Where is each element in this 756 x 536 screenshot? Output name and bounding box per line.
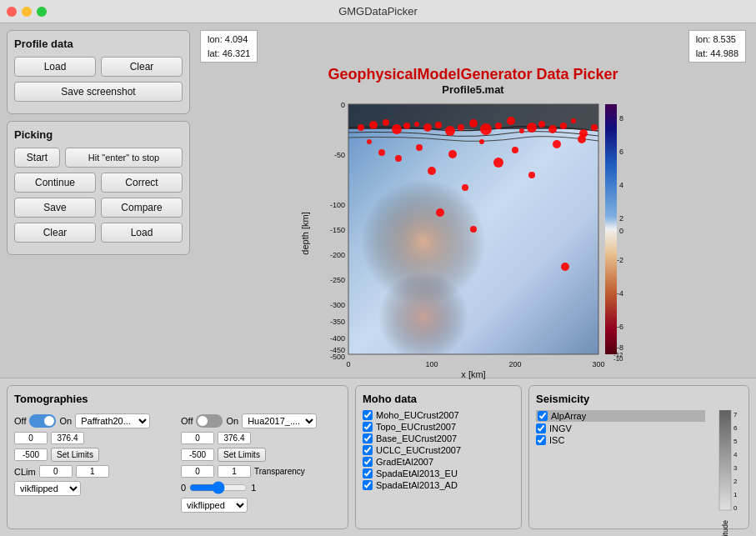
moho-check-6[interactable] [363,480,373,490]
profile-clear-button[interactable]: Clear [101,57,183,77]
tomo2-set-limits-button[interactable]: Set Limits [218,448,266,462]
tomographies-title: Tomographies [14,393,341,405]
tomo1-clim-max[interactable] [76,465,109,478]
top-coords-bar: lon: 4.094 lat: 46.321 lon: 8.535 lat: 4… [197,30,749,63]
svg-text:-150: -150 [329,226,344,234]
svg-point-18 [507,117,515,125]
tomo1-max-input[interactable] [51,432,84,444]
plot-area: GeophysicalModelGenerator Data Picker Pr… [298,66,648,379]
svg-point-21 [538,121,545,128]
magnitude-label: Magnitude [721,520,729,536]
tomographies-panel: Tomographies Off On Paffrath20... [7,385,348,529]
picking-clear-button[interactable]: Clear [14,223,96,243]
main-area: Profile data Load Clear Save screenshot … [0,23,756,536]
tomo2-off-label: Off [181,416,193,426]
seismicity-label-2: ISC [549,435,564,445]
tomo2-colormap-row: vikflipped [181,498,341,513]
svg-point-29 [462,184,468,191]
continue-button[interactable]: Continue [14,173,96,193]
svg-rect-73 [719,410,731,510]
moho-items: Moho_EUCrust2007 Topo_EUCrust2007 Base_E… [363,410,514,490]
svg-point-10 [414,122,419,127]
moho-label-2: Base_EUCrust2007 [376,433,457,443]
tomo2-clim-max[interactable] [218,465,251,478]
svg-text:-6: -6 [617,323,623,331]
close-button[interactable] [7,7,17,17]
svg-text:-350: -350 [329,318,344,326]
magnitude-scale: 7 6 5 4 3 2 1 0 Magnitude [708,410,742,536]
tomo1-clim-min[interactable] [39,465,73,478]
moho-check-2[interactable] [363,433,373,443]
moho-check-1[interactable] [363,422,373,432]
seismicity-check-1[interactable] [536,423,546,433]
transparency-slider[interactable] [189,481,248,494]
moho-check-5[interactable] [363,468,373,478]
bottom-section: Tomographies Off On Paffrath20... [0,378,756,536]
svg-point-34 [561,263,569,271]
tomo2-min-input[interactable] [181,432,214,444]
tomo2-toggle-row: Off On Hua2017_.... [181,413,341,428]
svg-point-33 [470,226,477,233]
picking-load-button[interactable]: Load [101,223,183,243]
picking-row1: Start Hit "enter" to stop [14,148,183,168]
maximize-button[interactable] [37,7,47,17]
svg-text:x [km]: x [km] [461,369,485,379]
seismicity-check-0[interactable] [538,411,548,421]
tomo1-set-limits-button[interactable]: Set Limits [51,448,99,462]
minimize-button[interactable] [22,7,32,17]
svg-point-6 [369,121,378,129]
svg-point-30 [493,158,503,168]
tomo1-on-label: On [59,416,72,426]
tomo1-dropdown[interactable]: Paffrath20... [75,413,150,428]
tomo1-min-input[interactable] [14,432,48,444]
tomo2-colormap-select[interactable]: vikflipped [181,498,248,513]
tomo2-depth-input[interactable] [181,448,214,461]
tomo1-depth-input[interactable] [14,448,48,461]
tomo1-colormap-select[interactable]: vikflipped [14,481,81,496]
svg-text:0: 0 [619,227,623,235]
tomo1-toggle[interactable] [29,414,56,428]
tomo2-clim-row: Transparency [181,465,341,478]
tomo1-depth: Set Limits [14,448,174,462]
tomo2-clim-min[interactable] [181,465,214,478]
seismicity-panel: Seismicity AlpArray INGV ISC [528,385,749,529]
coord-left-lon: lon: 4.094 [208,33,250,47]
svg-text:6: 6 [619,148,623,156]
titlebar: GMGDataPicker [0,0,756,23]
seismicity-inner: AlpArray INGV ISC [536,410,742,536]
svg-point-24 [571,118,576,123]
moho-check-0[interactable] [363,410,373,420]
save-screenshot-button[interactable]: Save screenshot [14,82,183,102]
svg-text:depth [km]: depth [km] [300,212,310,254]
tomo2-toggle[interactable] [196,414,223,428]
hit-enter-button[interactable]: Hit "enter" to stop [65,148,183,168]
svg-point-15 [469,119,478,128]
tomo-col1: Off On Paffrath20... [14,413,174,513]
svg-point-22 [548,125,557,133]
slider-max-label: 1 [251,483,256,493]
moho-check-3[interactable] [363,445,373,455]
window-controls[interactable] [7,7,47,17]
seismicity-title: Seismicity [536,393,742,405]
svg-text:-4: -4 [617,289,623,298]
seismicity-check-2[interactable] [536,435,546,445]
profile-load-button[interactable]: Load [14,57,96,77]
start-button[interactable]: Start [14,148,60,168]
tomo2-dropdown[interactable]: Hua2017_.... [242,413,317,428]
moho-item-1: Topo_EUCrust2007 [363,422,514,432]
svg-text:-200: -200 [329,251,344,259]
seismicity-item-0: AlpArray [536,410,705,422]
moho-check-4[interactable] [363,457,373,467]
tomo1-off-label: Off [14,416,26,426]
svg-text:1: 1 [733,491,738,498]
window-title: GMGDataPicker [338,5,418,18]
tomo2-range [181,432,341,444]
coord-right: lon: 8.535 lat: 44.988 [688,30,746,63]
correct-button[interactable]: Correct [101,173,183,193]
left-panel: Profile data Load Clear Save screenshot … [7,30,190,371]
svg-text:8: 8 [619,114,623,123]
tomo2-max-input[interactable] [218,432,251,444]
profile-data-title: Profile data [14,38,183,50]
compare-button[interactable]: Compare [101,198,183,218]
picking-save-button[interactable]: Save [14,198,96,218]
